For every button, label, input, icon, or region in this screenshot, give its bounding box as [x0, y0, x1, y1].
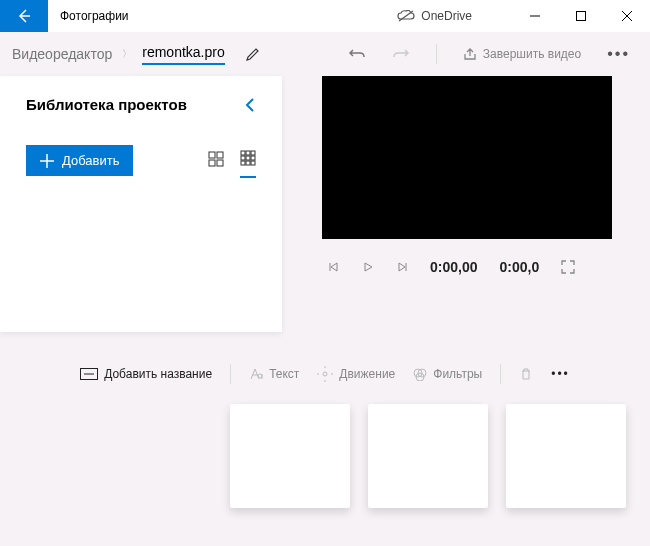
onedrive-status[interactable]: OneDrive	[397, 9, 472, 23]
toolbar: Видеоредактор 〉 remontka.pro Завершить в…	[0, 32, 650, 76]
svg-rect-18	[246, 161, 250, 165]
filters-button: Фильтры	[413, 367, 482, 381]
library-title: Библиотека проектов	[26, 96, 187, 113]
svg-rect-9	[209, 160, 215, 166]
grid-large-button[interactable]	[208, 151, 224, 171]
storyboard	[0, 398, 650, 508]
titlebar: Фотографии OneDrive	[0, 0, 650, 32]
separator	[436, 44, 437, 64]
motion-icon	[317, 366, 333, 382]
close-icon	[622, 11, 632, 21]
fullscreen-button[interactable]	[561, 260, 575, 274]
back-button[interactable]	[0, 0, 48, 32]
breadcrumb-project[interactable]: remontka.pro	[142, 44, 224, 65]
breadcrumb-root[interactable]: Видеоредактор	[12, 46, 112, 62]
window-controls	[512, 0, 650, 32]
next-frame-button[interactable]	[396, 261, 408, 273]
filters-label: Фильтры	[433, 367, 482, 381]
play-icon	[362, 261, 374, 273]
video-preview-panel: 0:00,00 0:00,0	[282, 76, 650, 332]
svg-rect-17	[241, 161, 245, 165]
project-library-panel: Библиотека проектов Добавить	[0, 76, 282, 332]
grid-3x3-icon	[240, 150, 256, 166]
finish-video-button[interactable]: Завершить видео	[463, 47, 581, 61]
add-media-button[interactable]: Добавить	[26, 145, 133, 176]
svg-rect-15	[246, 156, 250, 160]
step-back-icon	[328, 261, 340, 273]
text-icon	[249, 367, 263, 381]
plus-icon	[40, 154, 54, 168]
separator	[230, 364, 231, 384]
motion-label: Движение	[339, 367, 395, 381]
trash-icon	[519, 367, 533, 381]
undo-icon	[348, 45, 366, 63]
finish-video-label: Завершить видео	[483, 47, 581, 61]
svg-rect-16	[251, 156, 255, 160]
redo-icon	[392, 45, 410, 63]
maximize-button[interactable]	[558, 0, 604, 32]
chevron-right-icon: 〉	[122, 47, 132, 61]
player-controls: 0:00,00 0:00,0	[322, 259, 630, 275]
prev-frame-button[interactable]	[328, 261, 340, 273]
step-forward-icon	[396, 261, 408, 273]
svg-rect-14	[241, 156, 245, 160]
breadcrumb: Видеоредактор 〉 remontka.pro	[0, 44, 261, 65]
text-button: Текст	[249, 367, 299, 381]
share-icon	[463, 47, 477, 61]
grid-2x2-icon	[208, 151, 224, 167]
svg-rect-2	[577, 12, 586, 21]
cloud-off-icon	[397, 10, 415, 22]
video-surface[interactable]	[322, 76, 612, 239]
text-label: Текст	[269, 367, 299, 381]
storyboard-clip[interactable]	[368, 404, 488, 508]
title-card-icon	[80, 368, 98, 380]
svg-rect-12	[246, 151, 250, 155]
motion-button: Движение	[317, 366, 395, 382]
edit-name-button[interactable]	[245, 46, 261, 62]
delete-clip-button	[519, 367, 533, 381]
separator	[500, 364, 501, 384]
expand-icon	[561, 260, 575, 274]
play-button[interactable]	[362, 261, 374, 273]
svg-point-24	[323, 372, 327, 376]
svg-rect-19	[251, 161, 255, 165]
add-title-card-button[interactable]: Добавить название	[80, 367, 212, 381]
pencil-icon	[245, 46, 261, 62]
close-button[interactable]	[604, 0, 650, 32]
minimize-icon	[530, 11, 540, 21]
clip-action-bar: Добавить название Текст Движение Фильтры…	[0, 350, 650, 398]
maximize-icon	[576, 11, 586, 21]
svg-rect-8	[217, 152, 223, 158]
minimize-button[interactable]	[512, 0, 558, 32]
grid-small-button[interactable]	[240, 150, 256, 178]
time-total: 0:00,0	[499, 259, 539, 275]
add-title-label: Добавить название	[104, 367, 212, 381]
svg-rect-11	[241, 151, 245, 155]
editor-main: Библиотека проектов Добавить	[0, 76, 650, 332]
onedrive-label: OneDrive	[421, 9, 472, 23]
storyboard-clip[interactable]	[230, 404, 350, 508]
time-current: 0:00,00	[430, 259, 477, 275]
svg-rect-10	[217, 160, 223, 166]
more-button[interactable]: •••	[607, 45, 630, 63]
chevron-left-icon	[244, 97, 256, 113]
filters-icon	[413, 367, 427, 381]
app-title: Фотографии	[60, 9, 129, 23]
svg-rect-7	[209, 152, 215, 158]
collapse-library-button[interactable]	[244, 97, 256, 113]
redo-button[interactable]	[392, 45, 410, 63]
clip-more-button[interactable]: •••	[551, 367, 570, 381]
arrow-left-icon	[16, 8, 32, 24]
toolbar-actions: Завершить видео •••	[348, 44, 650, 64]
undo-button[interactable]	[348, 45, 366, 63]
add-media-label: Добавить	[62, 153, 119, 168]
svg-rect-13	[251, 151, 255, 155]
storyboard-clip[interactable]	[506, 404, 626, 508]
